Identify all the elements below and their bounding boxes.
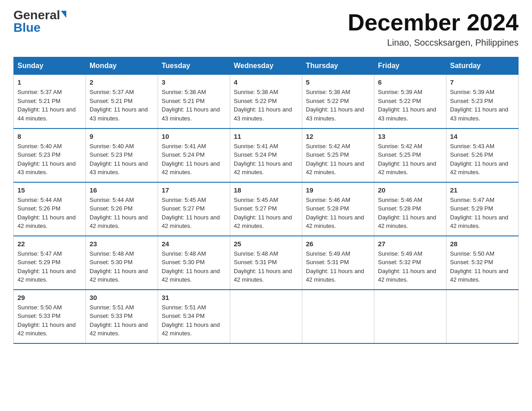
calendar-cell: 26 Sunrise: 5:49 AMSunset: 5:31 PMDaylig…	[302, 236, 374, 290]
day-info: Sunrise: 5:37 AMSunset: 5:21 PMDaylight:…	[90, 88, 154, 123]
day-number: 19	[306, 186, 370, 194]
calendar-cell: 9 Sunrise: 5:40 AMSunset: 5:23 PMDayligh…	[86, 128, 158, 182]
calendar-header-friday: Friday	[374, 57, 446, 75]
day-info: Sunrise: 5:38 AMSunset: 5:22 PMDaylight:…	[234, 88, 298, 123]
day-number: 4	[234, 78, 298, 86]
calendar-header-tuesday: Tuesday	[158, 57, 230, 75]
day-number: 12	[306, 133, 370, 140]
day-info: Sunrise: 5:40 AMSunset: 5:23 PMDaylight:…	[90, 142, 154, 177]
calendar-cell: 7 Sunrise: 5:39 AMSunset: 5:23 PMDayligh…	[446, 75, 519, 128]
calendar-cell: 31 Sunrise: 5:51 AMSunset: 5:34 PMDaylig…	[158, 290, 230, 343]
calendar-header-monday: Monday	[86, 57, 158, 75]
logo-arrow-icon	[61, 11, 66, 18]
logo-general-text: General	[13, 9, 60, 21]
calendar-week-row: 15 Sunrise: 5:44 AMSunset: 5:26 PMDaylig…	[14, 182, 519, 236]
day-info: Sunrise: 5:50 AMSunset: 5:32 PMDaylight:…	[450, 249, 515, 284]
day-info: Sunrise: 5:50 AMSunset: 5:33 PMDaylight:…	[17, 303, 82, 338]
day-number: 17	[162, 186, 226, 194]
day-number: 13	[378, 133, 442, 140]
calendar-cell: 24 Sunrise: 5:48 AMSunset: 5:30 PMDaylig…	[158, 236, 230, 290]
calendar-cell	[374, 290, 446, 343]
day-info: Sunrise: 5:45 AMSunset: 5:27 PMDaylight:…	[234, 196, 298, 231]
calendar-header-saturday: Saturday	[446, 57, 519, 75]
calendar-week-row: 29 Sunrise: 5:50 AMSunset: 5:33 PMDaylig…	[14, 290, 519, 343]
calendar-cell: 27 Sunrise: 5:49 AMSunset: 5:32 PMDaylig…	[374, 236, 446, 290]
day-number: 7	[450, 78, 515, 86]
calendar-cell: 19 Sunrise: 5:46 AMSunset: 5:28 PMDaylig…	[302, 182, 374, 236]
day-number: 26	[306, 240, 370, 248]
day-info: Sunrise: 5:47 AMSunset: 5:29 PMDaylight:…	[450, 196, 515, 231]
calendar-week-row: 1 Sunrise: 5:37 AMSunset: 5:21 PMDayligh…	[14, 75, 519, 128]
day-info: Sunrise: 5:39 AMSunset: 5:22 PMDaylight:…	[378, 88, 442, 123]
day-info: Sunrise: 5:48 AMSunset: 5:31 PMDaylight:…	[234, 249, 298, 284]
day-info: Sunrise: 5:39 AMSunset: 5:23 PMDaylight:…	[450, 88, 515, 123]
day-info: Sunrise: 5:38 AMSunset: 5:22 PMDaylight:…	[306, 88, 370, 123]
day-number: 9	[90, 133, 154, 140]
calendar-cell: 11 Sunrise: 5:41 AMSunset: 5:24 PMDaylig…	[230, 128, 302, 182]
title-section: December 2024 Linao, Soccsksargen, Phili…	[348, 9, 519, 48]
calendar-header-sunday: Sunday	[14, 57, 86, 75]
day-number: 18	[234, 186, 298, 194]
calendar-cell: 10 Sunrise: 5:41 AMSunset: 5:24 PMDaylig…	[158, 128, 230, 182]
calendar-cell: 29 Sunrise: 5:50 AMSunset: 5:33 PMDaylig…	[14, 290, 86, 343]
calendar-cell: 23 Sunrise: 5:48 AMSunset: 5:30 PMDaylig…	[86, 236, 158, 290]
day-info: Sunrise: 5:49 AMSunset: 5:31 PMDaylight:…	[306, 249, 370, 284]
day-number: 8	[17, 133, 82, 140]
day-info: Sunrise: 5:49 AMSunset: 5:32 PMDaylight:…	[378, 249, 442, 284]
calendar-cell	[446, 290, 519, 343]
calendar-cell: 8 Sunrise: 5:40 AMSunset: 5:23 PMDayligh…	[14, 128, 86, 182]
day-info: Sunrise: 5:51 AMSunset: 5:34 PMDaylight:…	[162, 303, 226, 338]
day-number: 10	[162, 133, 226, 140]
day-number: 22	[17, 240, 82, 248]
day-number: 23	[90, 240, 154, 248]
calendar-cell: 14 Sunrise: 5:43 AMSunset: 5:26 PMDaylig…	[446, 128, 519, 182]
day-info: Sunrise: 5:41 AMSunset: 5:24 PMDaylight:…	[234, 142, 298, 177]
day-info: Sunrise: 5:44 AMSunset: 5:26 PMDaylight:…	[17, 196, 82, 231]
day-info: Sunrise: 5:41 AMSunset: 5:24 PMDaylight:…	[162, 142, 226, 177]
day-number: 30	[90, 294, 154, 301]
calendar-week-row: 8 Sunrise: 5:40 AMSunset: 5:23 PMDayligh…	[14, 128, 519, 182]
day-number: 3	[162, 78, 226, 86]
calendar-cell: 16 Sunrise: 5:44 AMSunset: 5:26 PMDaylig…	[86, 182, 158, 236]
day-info: Sunrise: 5:44 AMSunset: 5:26 PMDaylight:…	[90, 196, 154, 231]
day-info: Sunrise: 5:48 AMSunset: 5:30 PMDaylight:…	[162, 249, 226, 284]
day-info: Sunrise: 5:42 AMSunset: 5:25 PMDaylight:…	[306, 142, 370, 177]
day-number: 28	[450, 240, 515, 248]
calendar-cell	[302, 290, 374, 343]
day-info: Sunrise: 5:38 AMSunset: 5:21 PMDaylight:…	[162, 88, 226, 123]
day-info: Sunrise: 5:51 AMSunset: 5:33 PMDaylight:…	[90, 303, 154, 338]
calendar-cell	[230, 290, 302, 343]
calendar-cell: 22 Sunrise: 5:47 AMSunset: 5:29 PMDaylig…	[14, 236, 86, 290]
calendar-cell: 1 Sunrise: 5:37 AMSunset: 5:21 PMDayligh…	[14, 75, 86, 128]
day-info: Sunrise: 5:47 AMSunset: 5:29 PMDaylight:…	[17, 249, 82, 284]
calendar-cell: 3 Sunrise: 5:38 AMSunset: 5:21 PMDayligh…	[158, 75, 230, 128]
day-number: 21	[450, 186, 515, 194]
logo-blue-text: Blue	[13, 21, 41, 34]
calendar-cell: 18 Sunrise: 5:45 AMSunset: 5:27 PMDaylig…	[230, 182, 302, 236]
calendar-header-wednesday: Wednesday	[230, 57, 302, 75]
day-number: 25	[234, 240, 298, 248]
day-number: 16	[90, 186, 154, 194]
day-number: 1	[17, 78, 82, 86]
day-number: 11	[234, 133, 298, 140]
calendar-cell: 4 Sunrise: 5:38 AMSunset: 5:22 PMDayligh…	[230, 75, 302, 128]
logo: General Blue	[13, 9, 66, 34]
day-number: 15	[17, 186, 82, 194]
month-title: December 2024	[348, 9, 519, 36]
calendar-cell: 25 Sunrise: 5:48 AMSunset: 5:31 PMDaylig…	[230, 236, 302, 290]
calendar-cell: 6 Sunrise: 5:39 AMSunset: 5:22 PMDayligh…	[374, 75, 446, 128]
day-number: 24	[162, 240, 226, 248]
calendar-cell: 30 Sunrise: 5:51 AMSunset: 5:33 PMDaylig…	[86, 290, 158, 343]
day-info: Sunrise: 5:37 AMSunset: 5:21 PMDaylight:…	[17, 88, 82, 123]
calendar-cell: 20 Sunrise: 5:46 AMSunset: 5:28 PMDaylig…	[374, 182, 446, 236]
calendar-cell: 12 Sunrise: 5:42 AMSunset: 5:25 PMDaylig…	[302, 128, 374, 182]
day-number: 2	[90, 78, 154, 86]
day-number: 5	[306, 78, 370, 86]
day-number: 29	[17, 294, 82, 301]
day-number: 14	[450, 133, 515, 140]
day-number: 6	[378, 78, 442, 86]
day-info: Sunrise: 5:43 AMSunset: 5:26 PMDaylight:…	[450, 142, 515, 177]
calendar-header-row: SundayMondayTuesdayWednesdayThursdayFrid…	[14, 57, 519, 75]
day-number: 27	[378, 240, 442, 248]
day-info: Sunrise: 5:48 AMSunset: 5:30 PMDaylight:…	[90, 249, 154, 284]
